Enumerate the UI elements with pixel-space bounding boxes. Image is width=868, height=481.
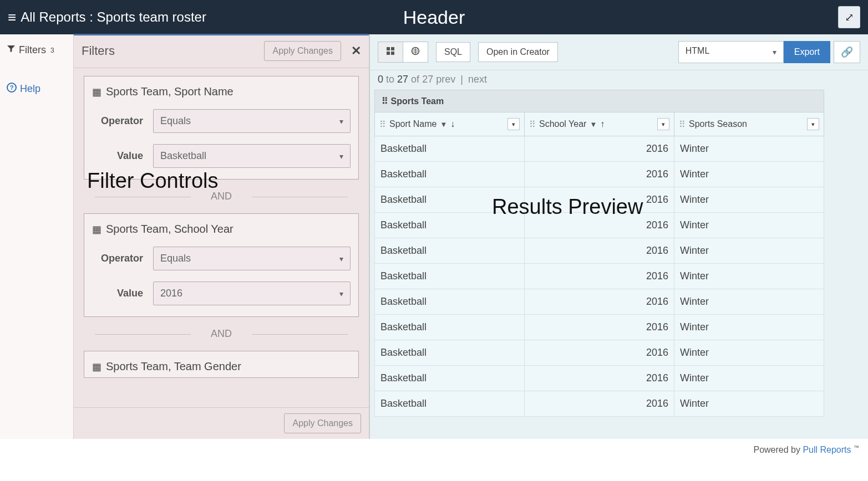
filter-card-title-text: Sports Team, Sport Name <box>106 85 234 98</box>
footer-text: Powered by <box>753 445 803 454</box>
filter-card-title: ▦ Sports Team, School Year <box>92 223 351 236</box>
filter-panel-body[interactable]: Filter Controls ▦ Sports Team, Sport Nam… <box>74 68 369 407</box>
filter-card-title: ▦ Sports Team, Sport Name <box>92 85 351 98</box>
cell-sport: Basketball <box>375 289 525 315</box>
cell-year: 2016 <box>525 366 674 391</box>
export-format-select[interactable]: HTML <box>678 41 784 63</box>
grid-view-icon[interactable] <box>378 42 403 63</box>
table-row[interactable]: Basketball2016Winter <box>375 136 824 162</box>
menu-icon[interactable]: ≡ <box>8 10 16 24</box>
column-label: Sport Name <box>389 119 436 129</box>
cell-season: Winter <box>674 315 824 340</box>
pager-next[interactable]: next <box>468 74 487 85</box>
operator-select[interactable]: Equals <box>153 109 351 133</box>
close-icon[interactable]: ✕ <box>351 44 361 58</box>
sort-indicator-icon: ↑ <box>600 119 605 129</box>
table-group-header: ⠿ Sports Team <box>375 90 824 112</box>
column-label: Sports Season <box>689 119 747 129</box>
cell-season: Winter <box>674 162 824 187</box>
view-toggle-group <box>378 42 428 63</box>
cell-sport: Basketball <box>375 264 525 289</box>
cell-sport: Basketball <box>375 340 525 366</box>
export-button[interactable]: Export <box>784 41 830 63</box>
cell-year: 2016 <box>525 391 674 417</box>
table-column-header[interactable]: ⠿School Year ▼ ↑▾ <box>525 112 674 136</box>
table-row[interactable]: Basketball2016Winter <box>375 162 824 187</box>
cell-season: Winter <box>674 136 824 162</box>
permalink-icon[interactable]: 🔗 <box>834 41 860 63</box>
header-right: ⤢ <box>838 6 860 28</box>
table-row[interactable]: Basketball2016Winter <box>375 315 824 340</box>
table-icon: ▦ <box>92 223 101 236</box>
left-nav: Filters 3 ? Help <box>0 34 74 439</box>
apply-changes-top-button[interactable]: Apply Changes <box>264 41 341 61</box>
cell-sport: Basketball <box>375 213 525 238</box>
pager-total: 27 <box>422 74 433 85</box>
results-table-wrap[interactable]: ⠿ Sports Team ⠿Sport Name ▼ ↓▾⠿School Ye… <box>374 90 864 439</box>
drag-handle-icon[interactable]: ⠿ <box>679 119 686 130</box>
nav-filters-label: Filters <box>19 44 46 56</box>
filter-panel-title: Filters <box>82 44 264 58</box>
filter-card-title: ▦ Sports Team, Team Gender <box>92 360 351 373</box>
nav-filters[interactable]: Filters 3 <box>0 41 73 59</box>
filter-card-school-year: ▦ Sports Team, School Year Operator Equa… <box>84 213 359 317</box>
pager-of: of <box>411 74 419 85</box>
breadcrumb[interactable]: All Reports : Sports team roster <box>21 9 206 25</box>
apply-changes-bottom-button[interactable]: Apply Changes <box>284 413 361 433</box>
sql-button[interactable]: SQL <box>436 42 470 62</box>
column-menu-icon[interactable]: ▾ <box>507 118 520 130</box>
value-select[interactable]: Basketball <box>153 144 351 168</box>
cell-year: 2016 <box>525 340 674 366</box>
cell-sport: Basketball <box>375 162 525 187</box>
cell-year: 2016 <box>525 238 674 264</box>
table-icon: ▦ <box>92 361 101 373</box>
drag-handle-icon[interactable]: ⠿ <box>379 119 386 130</box>
open-creator-button[interactable]: Open in Creator <box>478 42 558 62</box>
pager-prev[interactable]: prev <box>436 74 455 85</box>
table-column-header[interactable]: ⠿Sports Season▾ <box>674 112 824 136</box>
footer-tm: ™ <box>854 444 859 451</box>
filter-card-sport-name: ▦ Sports Team, Sport Name Operator Equal… <box>84 76 359 180</box>
nav-help[interactable]: ? Help <box>0 79 73 99</box>
value-select[interactable]: 2016 <box>153 282 351 305</box>
table-row[interactable]: Basketball2016Winter <box>375 289 824 315</box>
filter-card-title-text: Sports Team, School Year <box>106 223 234 236</box>
drag-handle-icon[interactable]: ⠿ <box>529 119 536 130</box>
cell-year: 2016 <box>525 315 674 340</box>
table-row[interactable]: Basketball2016Winter <box>375 238 824 264</box>
cell-sport: Basketball <box>375 366 525 391</box>
drag-handle-icon[interactable]: ⠿ <box>382 96 388 106</box>
cell-season: Winter <box>674 238 824 264</box>
export-area: HTML Export 🔗 <box>678 41 860 63</box>
table-row[interactable]: Basketball2016Winter <box>375 187 824 213</box>
table-column-header[interactable]: ⠿Sport Name ▼ ↓▾ <box>375 112 525 136</box>
column-menu-icon[interactable]: ▾ <box>657 118 669 130</box>
collapse-icon[interactable]: ⤢ <box>838 6 860 28</box>
table-row[interactable]: Basketball2016Winter <box>375 391 824 417</box>
and-separator: AND <box>84 191 359 202</box>
sort-indicator-icon: ↓ <box>450 119 455 129</box>
table-row[interactable]: Basketball2016Winter <box>375 340 824 366</box>
and-separator: AND <box>84 328 359 340</box>
table-row[interactable]: Basketball2016Winter <box>375 366 824 391</box>
globe-view-icon[interactable] <box>403 42 428 63</box>
table-row[interactable]: Basketball2016Winter <box>375 213 824 238</box>
header-overlay-label: Header <box>403 7 465 28</box>
svg-text:?: ? <box>10 84 14 91</box>
nav-help-label: Help <box>20 83 40 95</box>
pager-to: 27 <box>397 74 408 85</box>
table-row[interactable]: Basketball2016Winter <box>375 264 824 289</box>
results-table: ⠿ Sports Team ⠿Sport Name ▼ ↓▾⠿School Ye… <box>374 90 824 417</box>
pager: 0 to 27 of 27 prev | next <box>370 70 868 90</box>
footer-link[interactable]: Pull Reports <box>803 445 851 454</box>
pager-sep: | <box>460 74 463 85</box>
column-menu-icon[interactable]: ▾ <box>807 118 819 130</box>
cell-year: 2016 <box>525 136 674 162</box>
value-label: Value <box>92 150 143 162</box>
filter-panel: Filters Apply Changes ✕ Filter Controls … <box>74 34 370 439</box>
operator-select[interactable]: Equals <box>153 247 351 270</box>
pager-to-word: to <box>386 74 394 85</box>
value-label: Value <box>92 288 143 299</box>
cell-year: 2016 <box>525 213 674 238</box>
filter-panel-head: Filters Apply Changes ✕ <box>74 34 369 68</box>
